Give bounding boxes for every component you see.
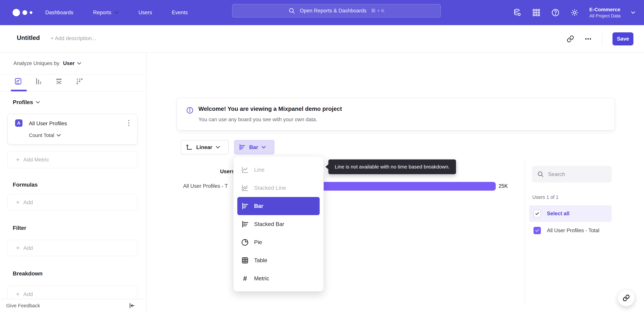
legend-item-label: All User Profiles - Total — [547, 228, 600, 234]
chart-bar-value: 25K — [498, 183, 508, 189]
axis-scale-icon — [186, 144, 193, 151]
bar-chart-icon — [241, 202, 249, 210]
nav-links: Dashboards Reports Users Events — [45, 0, 188, 25]
pie-chart-icon — [241, 238, 249, 246]
project-switcher[interactable]: E-Commerce All Project Data — [589, 7, 620, 18]
info-icon — [186, 106, 194, 114]
search-shortcut: ⌘ + K — [371, 8, 384, 14]
banner-subtitle: You can use any board you see with your … — [198, 116, 317, 122]
nav-users[interactable]: Users — [138, 10, 152, 16]
nav-events[interactable]: Events — [172, 10, 188, 16]
add-description-field[interactable]: + Add description... — [50, 35, 96, 42]
tab-flows[interactable] — [55, 77, 63, 85]
hash-icon: # — [241, 275, 249, 282]
sidebar-footer: Give Feedback — [0, 299, 146, 312]
toolbar-divider — [602, 32, 602, 46]
analyze-label: Analyze Uniques by — [14, 60, 59, 66]
legend-item-checkbox[interactable] — [534, 227, 541, 234]
report-title[interactable]: Untitled — [17, 34, 40, 42]
chevron-down-icon — [56, 134, 61, 137]
project-name: E-Commerce — [589, 7, 620, 12]
project-scope: All Project Data — [589, 14, 620, 18]
settings-gear-icon[interactable] — [570, 8, 579, 17]
chevron-down-icon — [631, 11, 635, 14]
chart-type-dropdown-button[interactable]: Bar — [234, 140, 274, 154]
more-options-icon[interactable] — [584, 35, 592, 43]
stacked-bar-chart-icon — [241, 220, 249, 228]
save-button[interactable]: Save — [612, 32, 634, 46]
metric-options-icon[interactable] — [126, 119, 132, 128]
menu-item-stacked-line[interactable]: Stacked Line — [237, 179, 320, 197]
demo-project-banner: Welcome! You are viewing a Mixpanel demo… — [176, 98, 615, 130]
breakdown-section-label: Breakdown — [13, 270, 42, 277]
add-metric-button[interactable]: + Add Metric — [8, 151, 138, 168]
link-icon — [622, 294, 630, 302]
plus-icon: + — [16, 291, 20, 297]
legend-count-label: Users 1 of 1 — [532, 194, 558, 200]
menu-item-bar[interactable]: Bar — [237, 197, 320, 215]
data-management-icon[interactable] — [513, 8, 522, 17]
legend-search-input[interactable] — [548, 171, 604, 178]
chevron-down-icon — [36, 100, 40, 104]
chart-type-menu: Line Stacked Line Bar Stacked Bar Pie Ta — [233, 156, 324, 292]
plus-icon: + — [16, 157, 20, 163]
select-all-checkbox[interactable] — [534, 210, 541, 217]
active-tab-indicator — [11, 90, 27, 91]
chart-row-label: All User Profiles - T — [183, 183, 228, 189]
collapse-sidebar-icon[interactable] — [129, 302, 135, 309]
profiles-section-header[interactable]: Profiles — [13, 99, 40, 106]
tab-insights[interactable] — [14, 77, 22, 85]
top-navigation: Dashboards Reports Users Events Open Rep… — [0, 0, 644, 25]
chevron-down-icon — [77, 62, 81, 65]
report-type-tabs — [0, 74, 146, 92]
add-formula-button[interactable]: +Add — [8, 194, 138, 210]
aggregation-dropdown[interactable]: Count Total — [29, 132, 61, 138]
search-placeholder: Open Reports & Dashboards — [300, 8, 366, 14]
apps-grid-icon[interactable] — [532, 8, 541, 17]
query-builder-sidebar: Analyze Uniques by User Profiles — [0, 52, 147, 312]
formulas-section-label: Formulas — [13, 182, 38, 188]
analyze-value-dropdown[interactable]: User — [63, 60, 75, 66]
copy-link-icon[interactable] — [566, 35, 574, 43]
table-icon — [241, 256, 249, 264]
metric-card[interactable]: A All User Profiles Count Total — [8, 114, 138, 144]
tooltip-arrow — [325, 164, 329, 170]
nav-reports[interactable]: Reports — [93, 10, 119, 16]
select-all-label: Select all — [547, 210, 569, 216]
tab-retention[interactable] — [76, 77, 84, 85]
menu-item-metric[interactable]: # Metric — [237, 270, 320, 288]
add-filter-button[interactable]: +Add — [8, 240, 138, 256]
tab-funnels[interactable] — [34, 77, 42, 85]
stacked-line-chart-icon — [241, 184, 249, 192]
mixpanel-insights-report: Dashboards Reports Users Events Open Rep… — [0, 0, 644, 312]
report-header: Untitled + Add description... Save — [0, 25, 644, 52]
chevron-down-icon — [262, 146, 266, 149]
metric-name[interactable]: All User Profiles — [29, 120, 67, 126]
scale-dropdown-button[interactable]: Linear — [181, 140, 229, 154]
global-search-button[interactable]: Open Reports & Dashboards ⌘ + K — [232, 4, 441, 18]
menu-item-table[interactable]: Table — [237, 251, 320, 270]
bar-chart-icon — [238, 144, 246, 151]
legend-item-row[interactable]: All User Profiles - Total — [529, 223, 612, 238]
chevron-down-icon — [216, 146, 220, 149]
nav-dashboards[interactable]: Dashboards — [45, 10, 73, 16]
menu-item-line[interactable]: Line — [237, 161, 320, 179]
plus-icon: + — [16, 245, 20, 251]
nav-right-controls: E-Commerce All Project Data — [513, 0, 635, 25]
legend-search-box[interactable] — [532, 166, 612, 182]
search-icon — [537, 171, 544, 178]
chevron-down-icon — [114, 11, 119, 14]
select-all-row[interactable]: Select all — [529, 205, 612, 222]
menu-item-stacked-bar[interactable]: Stacked Bar — [237, 215, 320, 233]
help-icon[interactable] — [551, 8, 560, 17]
filter-section-label: Filter — [13, 225, 26, 231]
banner-title: Welcome! You are viewing a Mixpanel demo… — [198, 106, 342, 112]
mixpanel-logo-icon[interactable] — [12, 8, 36, 18]
menu-item-pie[interactable]: Pie — [237, 233, 320, 251]
search-icon — [288, 7, 295, 14]
plus-icon: + — [16, 199, 20, 205]
report-toolbar: Save — [566, 25, 634, 52]
give-feedback-link[interactable]: Give Feedback — [6, 303, 40, 308]
disabled-option-tooltip: Line is not available with no time based… — [328, 160, 456, 174]
share-link-fab[interactable] — [618, 290, 634, 306]
